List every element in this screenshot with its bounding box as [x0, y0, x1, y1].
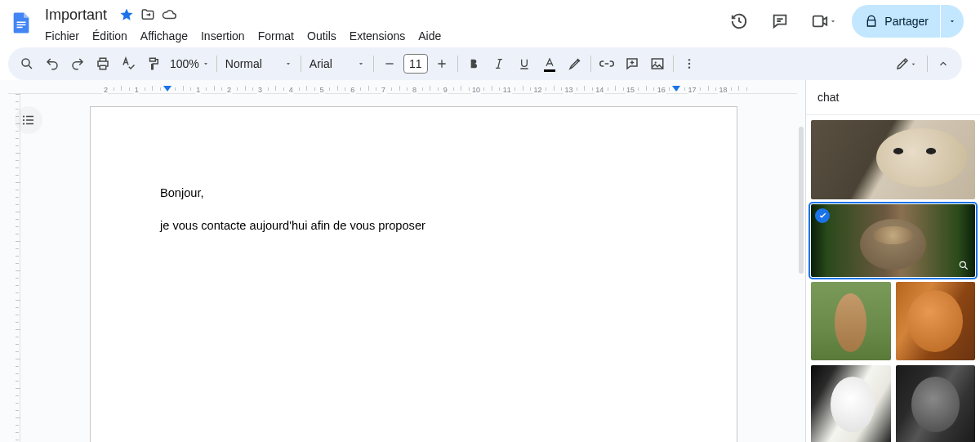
menu-outils[interactable]: Outils [301, 26, 342, 46]
undo-icon[interactable] [40, 51, 65, 76]
collapse-toolbar-icon[interactable] [931, 51, 956, 76]
italic-icon[interactable] [487, 51, 511, 76]
toolbar-container: 100% Normal Arial [0, 47, 980, 80]
svg-rect-1 [17, 25, 26, 26]
document-paragraph[interactable]: je vous contacte aujourd'hui afin de vou… [160, 217, 667, 235]
selected-check-icon [815, 208, 830, 223]
svg-point-3 [22, 59, 29, 66]
image-result[interactable] [811, 365, 891, 442]
svg-point-5 [654, 61, 656, 63]
increase-font-icon[interactable] [430, 51, 454, 76]
document-paragraph[interactable]: Bonjour, [160, 185, 667, 203]
svg-point-8 [688, 66, 690, 68]
meet-icon[interactable] [804, 5, 844, 38]
highlight-icon[interactable] [563, 51, 587, 76]
share-label: Partager [884, 15, 929, 28]
header-actions: Partager [723, 5, 973, 38]
image-result[interactable] [811, 282, 891, 360]
menu-insertion[interactable]: Insertion [195, 26, 251, 46]
paint-format-icon[interactable] [141, 51, 166, 76]
font-size-input[interactable] [403, 54, 428, 74]
link-icon[interactable] [595, 51, 619, 76]
search-menu-icon[interactable] [15, 51, 39, 76]
menu-format[interactable]: Format [252, 26, 300, 46]
zoom-image-icon[interactable] [956, 257, 972, 274]
search-term-row[interactable]: chat [806, 80, 980, 115]
menu-aide[interactable]: Aide [412, 26, 447, 46]
editing-mode-icon[interactable] [888, 51, 924, 76]
text-color-icon[interactable] [537, 51, 562, 76]
docs-logo[interactable] [7, 8, 36, 38]
svg-point-7 [688, 63, 690, 65]
menu-extensions[interactable]: Extensions [344, 26, 411, 46]
toolbar: 100% Normal Arial [8, 47, 962, 80]
menu-affichage[interactable]: Affichage [135, 26, 194, 46]
print-icon[interactable] [91, 51, 115, 76]
image-result[interactable] [811, 120, 975, 199]
app-header: Important Fichier Édition Affichage Inse… [0, 0, 980, 47]
font-dropdown[interactable]: Arial [305, 57, 370, 70]
search-term-text: chat [817, 91, 839, 104]
scrollbar-thumb[interactable] [799, 127, 804, 274]
image-result[interactable] [896, 282, 976, 360]
image-results[interactable] [806, 115, 980, 442]
svg-point-12 [960, 261, 965, 267]
share-button[interactable]: Partager [852, 5, 940, 38]
style-value: Normal [225, 57, 262, 70]
menu-edition[interactable]: Édition [87, 26, 133, 46]
image-search-panel: chat [805, 80, 980, 442]
image-result-selected[interactable] [811, 204, 975, 277]
separator [927, 56, 928, 72]
editor-area: 21123456789101112131415161718 Bonjour, j… [0, 80, 805, 442]
image-result[interactable] [896, 365, 976, 442]
main-content: 21123456789101112131415161718 Bonjour, j… [0, 80, 980, 442]
decrease-font-icon[interactable] [377, 51, 402, 76]
separator [373, 56, 374, 72]
document-page[interactable]: Bonjour, je vous contacte aujourd'hui af… [90, 106, 737, 442]
comments-icon[interactable] [764, 5, 796, 38]
svg-point-6 [688, 59, 690, 60]
history-icon[interactable] [723, 5, 755, 38]
menu-fichier[interactable]: Fichier [39, 26, 85, 46]
svg-rect-2 [17, 27, 23, 29]
horizontal-ruler[interactable]: 21123456789101112131415161718 [8, 80, 797, 94]
zoom-value: 100% [170, 57, 199, 70]
redo-icon[interactable] [65, 51, 90, 76]
underline-icon[interactable] [512, 51, 537, 76]
document-title-area: Important Fichier Édition Affichage Inse… [39, 5, 723, 47]
bold-icon[interactable] [461, 51, 486, 76]
share-dropdown[interactable] [941, 5, 964, 38]
more-icon[interactable] [677, 51, 702, 76]
star-icon[interactable] [119, 7, 134, 22]
document-title[interactable]: Important [39, 5, 113, 25]
insert-image-icon[interactable] [645, 51, 670, 76]
separator [590, 56, 591, 72]
separator [301, 56, 301, 72]
svg-rect-0 [17, 21, 26, 23]
zoom-dropdown[interactable]: 100% [167, 57, 213, 70]
add-comment-icon[interactable] [620, 51, 644, 76]
separator [457, 56, 458, 72]
paragraph-style-dropdown[interactable]: Normal [220, 57, 297, 70]
spellcheck-icon[interactable] [116, 51, 140, 76]
separator [673, 56, 674, 72]
cloud-status-icon[interactable] [162, 7, 176, 22]
menu-bar: Fichier Édition Affichage Insertion Form… [39, 25, 723, 47]
page-scroll-area[interactable]: Bonjour, je vous contacte aujourd'hui af… [0, 94, 805, 442]
move-folder-icon[interactable] [140, 7, 155, 22]
font-value: Arial [310, 57, 332, 70]
font-size-group [377, 51, 454, 76]
separator [216, 56, 217, 72]
